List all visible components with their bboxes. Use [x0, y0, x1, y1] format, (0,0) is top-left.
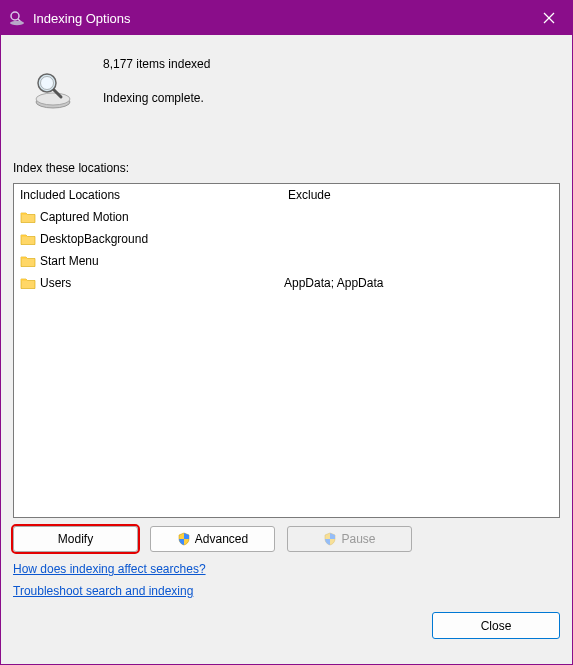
button-row: Modify Advanced	[13, 526, 560, 552]
close-button[interactable]: Close	[432, 612, 560, 639]
column-included[interactable]: Included Locations	[20, 188, 288, 202]
pause-button: Pause	[287, 526, 412, 552]
troubleshoot-link[interactable]: Troubleshoot search and indexing	[13, 584, 193, 598]
locations-header: Included Locations Exclude	[14, 184, 559, 206]
location-exclude: AppData; AppData	[284, 276, 553, 290]
column-exclude[interactable]: Exclude	[288, 188, 553, 202]
modify-button-label: Modify	[58, 532, 93, 546]
magnifier-drive-icon	[31, 69, 73, 111]
items-indexed-count: 8,177 items indexed	[103, 57, 210, 71]
folder-icon	[20, 254, 36, 268]
location-row[interactable]: Start Menu	[20, 250, 553, 272]
index-locations-label: Index these locations:	[13, 161, 560, 175]
location-name: DesktopBackground	[40, 232, 284, 246]
location-row[interactable]: DesktopBackground	[20, 228, 553, 250]
location-name: Captured Motion	[40, 210, 284, 224]
content-area: 8,177 items indexed Indexing complete. I…	[1, 35, 572, 664]
advanced-button-label: Advanced	[195, 532, 248, 546]
status-row: 8,177 items indexed Indexing complete.	[13, 51, 560, 111]
pause-button-label: Pause	[341, 532, 375, 546]
titlebar: Indexing Options	[1, 1, 572, 35]
help-links: How does indexing affect searches? Troub…	[13, 562, 560, 606]
window-title: Indexing Options	[33, 11, 131, 26]
modify-button[interactable]: Modify	[13, 526, 138, 552]
folder-icon	[20, 210, 36, 224]
locations-list[interactable]: Included Locations Exclude Captured Moti…	[13, 183, 560, 518]
close-button-label: Close	[481, 619, 512, 633]
svg-point-0	[11, 12, 19, 20]
shield-icon	[177, 532, 191, 546]
indexing-status-message: Indexing complete.	[103, 91, 210, 105]
close-window-button[interactable]	[526, 1, 572, 35]
svg-point-8	[41, 77, 54, 90]
folder-icon	[20, 276, 36, 290]
how-indexing-link[interactable]: How does indexing affect searches?	[13, 562, 206, 576]
location-row[interactable]: Captured Motion	[20, 206, 553, 228]
indexing-options-window: Indexing Options 8,177 items indexed	[0, 0, 573, 665]
shield-icon	[323, 532, 337, 546]
indexing-icon	[9, 10, 25, 26]
svg-point-2	[10, 21, 24, 25]
close-icon	[543, 12, 555, 24]
location-name: Users	[40, 276, 284, 290]
location-name: Start Menu	[40, 254, 284, 268]
location-row[interactable]: UsersAppData; AppData	[20, 272, 553, 294]
advanced-button[interactable]: Advanced	[150, 526, 275, 552]
svg-point-6	[36, 93, 70, 105]
folder-icon	[20, 232, 36, 246]
footer-row: Close	[13, 612, 560, 639]
